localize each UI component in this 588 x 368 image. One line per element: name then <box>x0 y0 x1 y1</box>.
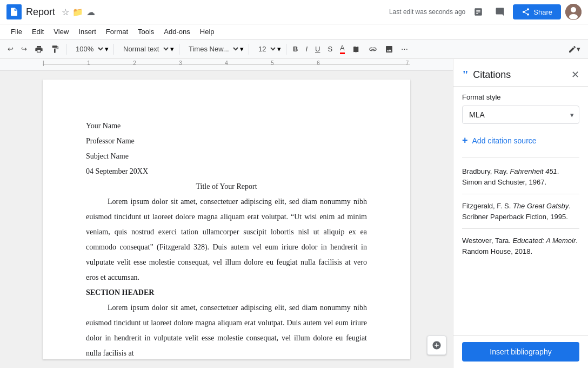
user-avatar[interactable] <box>565 4 582 20</box>
add-citation-label: Add citation source <box>472 136 537 145</box>
style-wrapper[interactable]: Normal text ▾ <box>117 42 176 56</box>
italic-btn[interactable]: I <box>302 43 311 55</box>
citations-close-btn[interactable]: ✕ <box>571 69 579 81</box>
cloud-icon[interactable]: ☁ <box>86 7 95 17</box>
style-arrow-icon: ▾ <box>170 45 174 53</box>
sep4 <box>249 44 249 55</box>
more-btn[interactable]: ⋯ <box>398 43 411 55</box>
pen-btn[interactable]: ▾ <box>565 43 584 56</box>
citation-divider-1 <box>462 157 579 157</box>
svg-point-2 <box>569 14 578 19</box>
strikethrough-btn[interactable]: S <box>324 43 336 55</box>
top-bar: Report ☆ 📁 ☁ Last edit was seconds ago S… <box>0 0 588 24</box>
menu-view[interactable]: View <box>49 25 73 38</box>
last-edit: Last edit was seconds ago <box>389 8 465 16</box>
title-icons: ☆ 📁 ☁ <box>62 7 95 17</box>
citation-bradbury: Bradbury, Ray. Fahrenheit 451. Simon and… <box>462 160 579 194</box>
share-button[interactable]: Share <box>513 4 561 19</box>
analytics-btn[interactable] <box>470 3 487 21</box>
add-citation-plus-icon: + <box>462 135 468 146</box>
menu-bar: File Edit View Insert Format Tools Add-o… <box>0 24 588 40</box>
doc-scroll-area[interactable]: | 1 2 3 4 5 6 7 Your Name Professor Name… <box>0 59 453 368</box>
citations-quote-icon: " <box>462 68 469 82</box>
menu-insert[interactable]: Insert <box>74 25 101 38</box>
app-icon <box>6 4 22 19</box>
sep1 <box>66 44 66 55</box>
doc-title: Report <box>26 6 55 18</box>
format-style-label: Format style <box>462 93 579 101</box>
font-arrow-icon: ▾ <box>240 45 244 53</box>
fitzgerald-normal: Fitzgerald, F. S. <box>462 202 513 210</box>
citations-body: Format style MLA APA Chicago ▾ + Add cit… <box>453 87 588 335</box>
fitzgerald-italic: The Great Gatsby <box>513 202 569 210</box>
menu-file[interactable]: File <box>6 25 26 38</box>
subject-name-line: Subject Name <box>86 149 367 164</box>
floating-action-btn[interactable] <box>427 336 446 355</box>
professor-name-line: Professor Name <box>86 134 367 149</box>
highlight-btn[interactable] <box>349 43 364 56</box>
body1-line: Lorem ipsum dolor sit amet, consectetuer… <box>86 194 367 285</box>
menu-addons[interactable]: Add-ons <box>159 25 194 38</box>
star-icon[interactable]: ☆ <box>62 7 69 17</box>
your-name-line: Your Name <box>86 119 367 134</box>
menu-tools[interactable]: Tools <box>133 25 158 38</box>
share-label: Share <box>533 8 552 16</box>
add-citation-btn[interactable]: + Add citation source <box>462 133 537 148</box>
main-area: | 1 2 3 4 5 6 7 Your Name Professor Name… <box>0 59 588 368</box>
section-header-line: SECTION HEADER <box>86 285 367 300</box>
bold-btn[interactable]: B <box>290 43 301 55</box>
bradbury-normal: Bradbury, Ray. <box>462 167 510 175</box>
insert-bibliography-btn[interactable]: Insert bibliography <box>462 342 579 362</box>
size-arrow-icon: ▾ <box>277 45 281 53</box>
size-select[interactable]: 12 <box>254 43 277 55</box>
underline-btn[interactable]: U <box>312 43 323 55</box>
citations-panel: " Citations ✕ Format style MLA APA Chica… <box>453 59 588 368</box>
toolbar: ↩ ↪ 100% ▾ Normal text ▾ Times New... ▾ … <box>0 40 588 59</box>
folder-icon[interactable]: 📁 <box>72 7 83 17</box>
citations-footer: Insert bibliography <box>453 335 588 368</box>
ruler: | 1 2 3 4 5 6 7 <box>0 59 453 71</box>
format-select[interactable]: MLA APA Chicago <box>462 106 579 124</box>
westover-italic: Educated: A Memoir <box>512 236 576 245</box>
format-select-wrapper[interactable]: MLA APA Chicago ▾ <box>462 106 579 124</box>
paintformat-btn[interactable] <box>48 43 63 56</box>
redo-btn[interactable]: ↪ <box>18 43 30 55</box>
zoom-arrow-icon: ▾ <box>105 45 109 53</box>
date-line: 04 September 20XX <box>86 164 367 179</box>
zoom-select[interactable]: 100% <box>71 43 105 55</box>
style-select[interactable]: Normal text <box>119 43 170 55</box>
comments-btn[interactable] <box>491 3 509 21</box>
insert-image-btn[interactable] <box>382 43 397 56</box>
print-btn[interactable] <box>31 43 46 56</box>
sep2 <box>113 44 114 55</box>
citation-westover: Westover, Tara. Educated: A Memoir. Rand… <box>462 229 579 263</box>
sep3 <box>179 44 179 55</box>
menu-edit[interactable]: Edit <box>28 25 48 38</box>
font-wrapper[interactable]: Times New... ▾ <box>183 42 245 56</box>
westover-normal: Westover, Tara. <box>462 236 512 245</box>
bradbury-italic: Fahrenheit 451 <box>510 167 557 175</box>
citations-title: Citations <box>473 69 571 81</box>
top-actions: Share <box>470 3 582 21</box>
menu-help[interactable]: Help <box>196 25 219 38</box>
body2-line: Lorem ipsum dolor sit amet, consectetuer… <box>86 300 367 361</box>
text-color-btn[interactable]: A <box>337 42 348 56</box>
citations-header: " Citations ✕ <box>453 59 588 87</box>
size-wrapper[interactable]: 12 ▾ <box>252 42 283 56</box>
zoom-wrapper[interactable]: 100% ▾ <box>70 42 110 56</box>
document-page[interactable]: Your Name Professor Name Subject Name 04… <box>43 80 410 359</box>
undo-btn[interactable]: ↩ <box>4 43 17 55</box>
menu-format[interactable]: Format <box>102 25 132 38</box>
svg-point-1 <box>571 7 576 12</box>
font-select[interactable]: Times New... <box>184 43 240 55</box>
citation-fitzgerald: Fitzgerald, F. S. The Great Gatsby. Scri… <box>462 194 579 229</box>
link-btn[interactable] <box>365 43 380 56</box>
doc-title-line: Title of Your Report <box>86 179 367 194</box>
sep5 <box>286 44 286 55</box>
